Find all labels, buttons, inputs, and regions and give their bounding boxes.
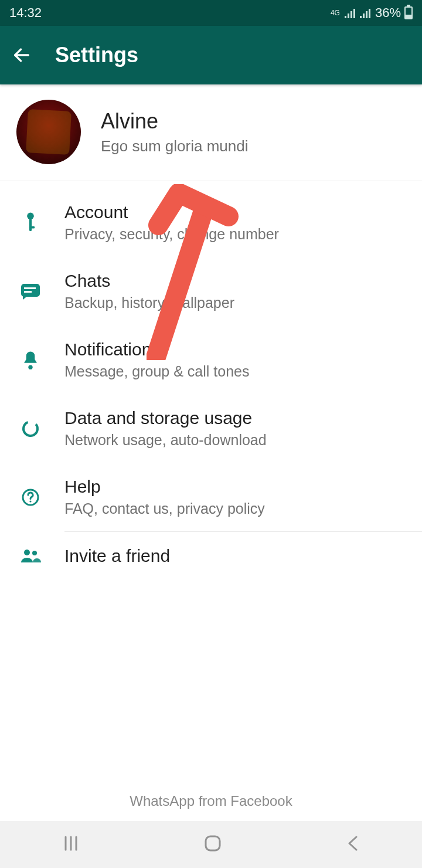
item-title: Help bbox=[64, 477, 265, 497]
signal-icon-2 bbox=[360, 8, 372, 18]
signal-icon bbox=[345, 8, 356, 18]
svg-point-12 bbox=[24, 550, 30, 555]
item-sub: FAQ, contact us, privacy policy bbox=[64, 500, 265, 517]
android-nav-bar bbox=[0, 821, 422, 868]
item-title: Notifications bbox=[64, 340, 249, 360]
profile-status: Ego sum gloria mundi bbox=[101, 137, 248, 155]
home-icon bbox=[202, 833, 223, 854]
chevron-left-icon bbox=[345, 833, 361, 853]
item-sub: Privacy, security, change number bbox=[64, 226, 279, 243]
svg-point-13 bbox=[32, 551, 37, 555]
profile-row[interactable]: Alvine Ego sum gloria mundi bbox=[0, 84, 422, 181]
svg-rect-6 bbox=[24, 287, 36, 289]
svg-rect-17 bbox=[206, 836, 220, 850]
item-title: Invite a friend bbox=[64, 546, 170, 566]
bell-icon bbox=[22, 350, 39, 370]
footer-text: WhatsApp from Facebook bbox=[0, 772, 422, 821]
item-title: Account bbox=[64, 202, 279, 222]
settings-item-data[interactable]: Data and storage usage Network usage, au… bbox=[0, 394, 422, 463]
profile-text: Alvine Ego sum gloria mundi bbox=[101, 109, 248, 155]
svg-rect-2 bbox=[29, 219, 32, 231]
item-sub: Backup, history, wallpaper bbox=[64, 294, 234, 311]
item-title: Chats bbox=[64, 271, 234, 291]
settings-item-invite[interactable]: Invite a friend bbox=[0, 532, 422, 580]
back-nav-button[interactable] bbox=[345, 833, 361, 856]
chat-icon bbox=[21, 283, 40, 300]
item-sub: Message, group & call tones bbox=[64, 363, 249, 380]
settings-item-account[interactable]: Account Privacy, security, change number bbox=[0, 188, 422, 257]
status-time: 14:32 bbox=[9, 5, 42, 21]
svg-rect-3 bbox=[29, 226, 35, 228]
page-title: Settings bbox=[55, 43, 138, 67]
network-type: 4G bbox=[331, 9, 340, 16]
settings-item-chats[interactable]: Chats Backup, history, wallpaper bbox=[0, 257, 422, 326]
svg-point-11 bbox=[29, 500, 31, 502]
app-bar: Settings bbox=[0, 26, 422, 84]
settings-item-notifications[interactable]: Notifications Message, group & call tone… bbox=[0, 326, 422, 394]
people-icon bbox=[20, 548, 41, 564]
svg-point-8 bbox=[28, 365, 32, 369]
recent-icon bbox=[61, 833, 81, 853]
svg-point-9 bbox=[21, 419, 40, 438]
content: Alvine Ego sum gloria mundi Account Priv… bbox=[0, 84, 422, 821]
status-bar: 14:32 4G 36% bbox=[0, 0, 422, 26]
key-icon bbox=[22, 211, 39, 235]
status-right: 4G 36% bbox=[331, 5, 413, 21]
battery-icon bbox=[404, 6, 413, 19]
item-title: Data and storage usage bbox=[64, 408, 267, 428]
svg-point-1 bbox=[27, 212, 34, 219]
data-usage-icon bbox=[21, 419, 40, 438]
item-sub: Network usage, auto-download bbox=[64, 432, 267, 449]
avatar[interactable] bbox=[16, 100, 81, 164]
battery-percent: 36% bbox=[375, 5, 401, 21]
back-button[interactable] bbox=[12, 45, 32, 65]
profile-name: Alvine bbox=[101, 109, 248, 134]
recent-apps-button[interactable] bbox=[61, 833, 81, 856]
settings-item-help[interactable]: Help FAQ, contact us, privacy policy bbox=[0, 463, 422, 531]
settings-list: Account Privacy, security, change number… bbox=[0, 181, 422, 580]
svg-rect-7 bbox=[24, 291, 32, 293]
home-button[interactable] bbox=[202, 833, 223, 856]
help-icon bbox=[21, 488, 40, 507]
arrow-left-icon bbox=[12, 45, 32, 65]
